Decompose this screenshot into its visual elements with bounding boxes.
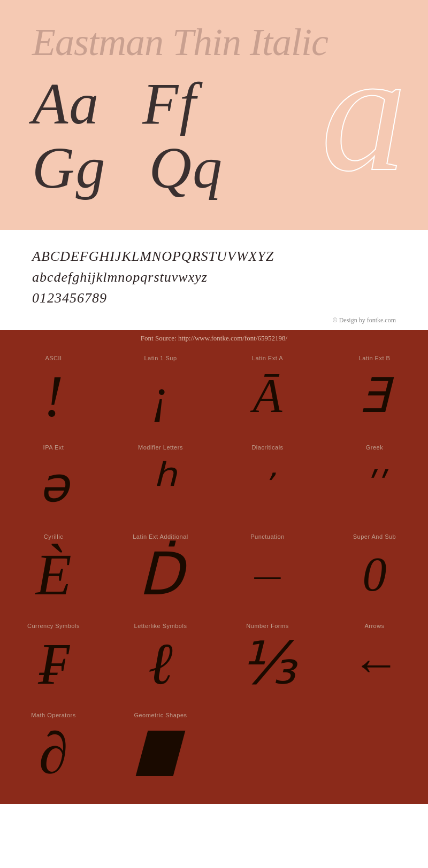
parallelogram-shape (136, 731, 186, 776)
glyph-char-greek: ʹʹ (364, 456, 385, 515)
uppercase-alphabet: ABCDEFGHIJKLMNOPQRSTUVWXYZ (32, 246, 396, 267)
glyph-char-diacriticals: ʼ (263, 456, 273, 515)
glyph-char-latinexta: Ā (253, 367, 282, 425)
glyph-cell-arrows: Arrows ← (321, 615, 428, 704)
glyph-char-mathops: ∂ (39, 724, 68, 782)
glyph-cell-numberforms: Number Forms ⅓ (214, 615, 321, 704)
glyph-cell-empty1 (214, 704, 321, 793)
glyph-cell-geoshapes: Geometric Shapes (107, 704, 214, 793)
glyph-label-latinextb: Latin Ext B (359, 355, 391, 361)
glyph-char-geoshapes (142, 724, 179, 782)
hero-section: Eastman Thin Italic Aa Ff Gg Qq a (0, 0, 428, 230)
glyph-label-currency: Currency Symbols (27, 623, 80, 629)
glyph-label-numberforms: Number Forms (246, 623, 288, 629)
glyph-label-latin1sup: Latin 1 Sup (144, 355, 177, 361)
glyph-label-ipaext: IPA Ext (43, 444, 64, 451)
big-letter-a: a (321, 26, 407, 197)
glyph-label-mathops: Math Operators (31, 712, 75, 718)
glyph-char-latin1sup: ¡ (151, 367, 170, 425)
glyph-label-geoshapes: Geometric Shapes (134, 712, 187, 718)
glyph-char-latinextb: Ǝ (360, 367, 390, 425)
alphabet-section: ABCDEFGHIJKLMNOPQRSTUVWXYZ abcdefghijklm… (0, 230, 428, 314)
glyph-char-ascii: ! (44, 367, 64, 425)
glyph-cell-greek: Greek ʹʹ (321, 436, 428, 525)
glyph-char-superandsub: 0 (363, 545, 387, 604)
glyph-char-numberforms: ⅓ (239, 634, 296, 693)
glyph-label-punctuation: Punctuation (250, 533, 285, 540)
copyright-line: © Design by fontke.com (0, 314, 428, 330)
glyph-cell-ascii: ASCII ! (0, 347, 107, 436)
letter-pair-qq: Qq (149, 138, 223, 197)
glyph-label-letterlike: Letterlike Symbols (134, 623, 187, 629)
glyph-cell-ipaext: IPA Ext ə (0, 436, 107, 525)
glyph-label-modletters: Modifier Letters (138, 444, 183, 451)
glyph-cell-latinextb: Latin Ext B Ǝ (321, 347, 428, 436)
glyph-cell-diacriticals: Diacriticals ʼ (214, 436, 321, 525)
glyph-label-latinexta: Latin Ext A (252, 355, 283, 361)
glyph-label-diacriticals: Diacriticals (251, 444, 283, 451)
glyph-label-arrows: Arrows (364, 623, 384, 629)
glyph-cell-mathops: Math Operators ∂ (0, 704, 107, 793)
glyph-cell-latinexta: Latin Ext A Ā (214, 347, 321, 436)
glyph-char-modletters: ʰ (149, 456, 172, 515)
glyphs-grid: ASCII ! Latin 1 Sup ¡ Latin Ext A Ā Lati… (0, 347, 428, 793)
glyph-cell-cyrillic: Cyrillic È (0, 525, 107, 615)
glyph-cell-superandsub: Super And Sub 0 (321, 525, 428, 615)
glyph-cell-latinextadd: Latin Ext Additional Ḋ (107, 525, 214, 615)
lowercase-alphabet: abcdefghijklmnopqrstuvwxyz (32, 267, 396, 288)
letter-pair-aa: Aa (32, 74, 100, 133)
glyph-label-greek: Greek (366, 444, 383, 451)
glyphs-section: ASCII ! Latin 1 Sup ¡ Latin Ext A Ā Lati… (0, 347, 428, 804)
digits: 0123456789 (32, 288, 396, 308)
glyph-label-cyrillic: Cyrillic (44, 533, 63, 540)
glyph-char-currency: ₣ (39, 634, 68, 693)
glyph-char-letterlike: ℓ (148, 634, 173, 693)
font-source-line: Font Source: http://www.fontke.com/font/… (0, 330, 428, 347)
letter-pair-gg: Gg (32, 138, 106, 197)
glyph-label-superandsub: Super And Sub (353, 533, 396, 540)
glyph-char-ipaext: ə (39, 456, 68, 515)
glyph-cell-letterlike: Letterlike Symbols ℓ (107, 615, 214, 704)
glyph-char-latinextadd: Ḋ (138, 545, 184, 604)
glyph-cell-punctuation: Punctuation — (214, 525, 321, 615)
glyph-char-punctuation: — (255, 545, 281, 604)
letter-pair-ff: Ff (142, 74, 197, 133)
glyph-label-ascii: ASCII (45, 355, 62, 361)
glyph-cell-modletters: Modifier Letters ʰ (107, 436, 214, 525)
glyph-cell-empty2 (321, 704, 428, 793)
glyph-cell-latin1sup: Latin 1 Sup ¡ (107, 347, 214, 436)
glyph-label-latinextadd: Latin Ext Additional (133, 533, 188, 540)
glyph-char-cyrillic: È (35, 545, 71, 604)
glyph-cell-currency: Currency Symbols ₣ (0, 615, 107, 704)
glyph-char-arrows: ← (350, 634, 399, 693)
